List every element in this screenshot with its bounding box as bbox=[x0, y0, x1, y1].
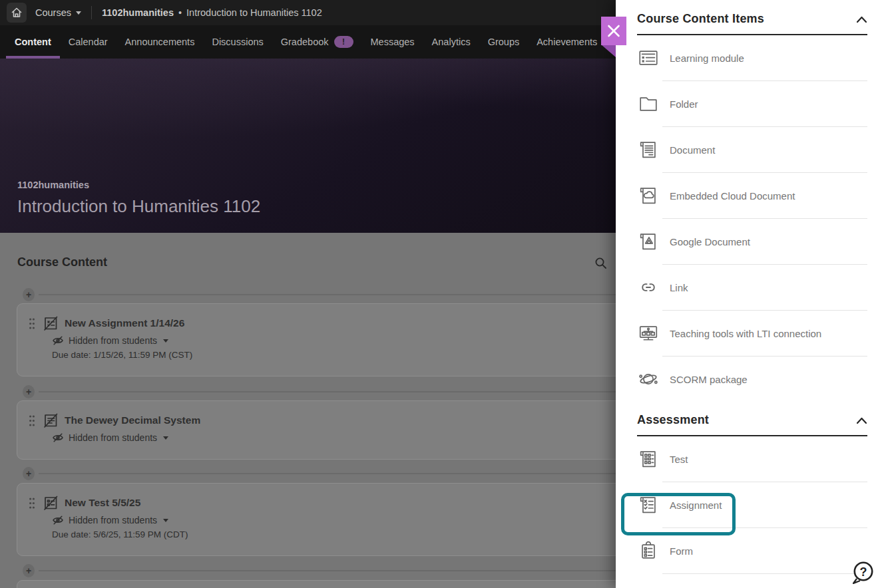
banner-course-id: 1102humanities bbox=[17, 180, 260, 190]
tab-gradebook[interactable]: Gradebook ! bbox=[272, 25, 362, 59]
panel-item-form[interactable]: Form bbox=[637, 528, 867, 573]
assignment-hidden-icon bbox=[43, 315, 59, 331]
panel-item-label: Learning module bbox=[670, 53, 744, 64]
panel-section-title: Course Content Items bbox=[637, 12, 764, 26]
panel-item-document[interactable]: Document bbox=[637, 127, 867, 172]
panel-section-title: Assessment bbox=[637, 413, 709, 427]
add-content-button[interactable]: + bbox=[23, 467, 35, 480]
courses-menu[interactable]: Courses bbox=[35, 7, 81, 18]
panel-item-link[interactable]: Link bbox=[637, 265, 867, 310]
blackboard-course-page: Courses 1102humanities • Introduction to… bbox=[0, 0, 886, 588]
document-icon bbox=[637, 138, 660, 161]
eye-slash-icon bbox=[52, 514, 64, 526]
svg-text:?: ? bbox=[860, 565, 867, 579]
banner-course-title: Introduction to Humanities 1102 bbox=[17, 196, 260, 217]
panel-item-label: Form bbox=[670, 545, 693, 557]
panel-item-scorm-package[interactable]: SCORM package bbox=[637, 357, 867, 402]
chevron-up-icon bbox=[856, 15, 867, 23]
tab-achievements[interactable]: Achievements bbox=[528, 25, 606, 59]
courses-label: Courses bbox=[35, 7, 71, 18]
document-hidden-icon bbox=[43, 412, 59, 428]
breadcrumb: 1102humanities • Introduction to Humanit… bbox=[102, 7, 322, 18]
tab-groups[interactable]: Groups bbox=[479, 25, 529, 59]
topbar-divider bbox=[91, 6, 92, 19]
test-icon bbox=[637, 448, 660, 470]
panel-item-label: Folder bbox=[670, 98, 698, 110]
panel-section-header[interactable]: Course Content Items bbox=[637, 12, 867, 35]
panel-item-embedded-cloud-document[interactable]: Embedded Cloud Document bbox=[637, 173, 867, 218]
course-banner-text: 1102humanities Introduction to Humanitie… bbox=[17, 180, 260, 217]
eye-slash-icon bbox=[52, 335, 64, 347]
tab-announcements[interactable]: Announcements bbox=[116, 25, 204, 59]
panel-item-label: Link bbox=[670, 282, 688, 293]
panel-section-header[interactable]: Assessment bbox=[637, 413, 867, 436]
chevron-down-icon bbox=[76, 11, 81, 15]
tab-messages[interactable]: Messages bbox=[362, 25, 423, 59]
content-item-title[interactable]: New Assignment 1/14/26 bbox=[65, 317, 184, 329]
home-button[interactable] bbox=[7, 3, 27, 23]
tab-discussions[interactable]: Discussions bbox=[203, 25, 272, 59]
learning-module-icon bbox=[637, 47, 660, 69]
breadcrumb-separator: • bbox=[178, 7, 182, 18]
gradebook-alert-badge: ! bbox=[334, 36, 353, 48]
panel-item-label: Teaching tools with LTI connection bbox=[670, 328, 821, 339]
panel-item-google-document[interactable]: Google Document bbox=[637, 219, 867, 264]
panel-item-label: SCORM package bbox=[670, 374, 748, 385]
breadcrumb-course-id: 1102humanities bbox=[102, 7, 174, 18]
content-item-title[interactable]: New Test 5/5/25 bbox=[65, 497, 140, 509]
close-icon bbox=[601, 17, 626, 58]
lti-connection-icon bbox=[637, 322, 660, 345]
tab-calendar[interactable]: Calendar bbox=[60, 25, 116, 59]
close-panel-button[interactable] bbox=[601, 17, 626, 58]
panel-item-label: Google Document bbox=[670, 236, 750, 247]
assignment-icon bbox=[637, 494, 660, 516]
help-icon: ? bbox=[850, 559, 877, 587]
chevron-down-icon bbox=[163, 339, 168, 343]
embedded-cloud-document-icon bbox=[637, 184, 660, 207]
breadcrumb-course-name: Introduction to Humanities 1102 bbox=[186, 7, 322, 18]
google-document-icon bbox=[637, 230, 660, 253]
course-content-items-panel: Course Content Items Learning bbox=[616, 0, 886, 588]
search-icon bbox=[594, 257, 607, 269]
drag-handle[interactable] bbox=[29, 317, 35, 330]
visibility-label: Hidden from students bbox=[69, 335, 157, 346]
tab-content[interactable]: Content bbox=[6, 25, 60, 59]
help-button[interactable]: ? bbox=[850, 559, 877, 587]
search-button[interactable] bbox=[594, 257, 607, 269]
scorm-package-icon bbox=[637, 368, 660, 390]
chevron-up-icon bbox=[856, 416, 867, 424]
panel-item-assignment[interactable]: Assignment bbox=[637, 482, 867, 527]
panel-item-label: Document bbox=[670, 144, 715, 156]
tab-analytics[interactable]: Analytics bbox=[423, 25, 479, 59]
panel-item-learning-module[interactable]: Learning module bbox=[637, 35, 867, 80]
eye-slash-icon bbox=[52, 432, 64, 444]
add-content-button[interactable]: + bbox=[23, 564, 35, 577]
home-icon bbox=[11, 7, 23, 19]
content-item-title[interactable]: The Dewey Decimal System bbox=[65, 414, 200, 426]
folder-icon bbox=[637, 92, 660, 115]
panel-item-lti-connection[interactable]: Teaching tools with LTI connection bbox=[637, 311, 867, 356]
course-content-heading: Course Content bbox=[17, 255, 107, 269]
visibility-label: Hidden from students bbox=[69, 432, 157, 443]
add-content-button[interactable]: + bbox=[23, 288, 35, 301]
panel-item-folder[interactable]: Folder bbox=[637, 81, 867, 126]
chevron-down-icon bbox=[163, 519, 168, 522]
add-content-button[interactable]: + bbox=[23, 385, 35, 398]
drag-handle[interactable] bbox=[29, 497, 35, 510]
link-icon bbox=[637, 276, 660, 299]
panel-item-label: Test bbox=[670, 454, 688, 465]
test-hidden-icon bbox=[43, 495, 59, 511]
panel-item-label: Assignment bbox=[670, 500, 722, 511]
chevron-down-icon bbox=[163, 436, 168, 440]
panel-item-test[interactable]: Test bbox=[637, 436, 867, 482]
visibility-label: Hidden from students bbox=[69, 515, 157, 525]
panel-item-label: Embedded Cloud Document bbox=[670, 190, 795, 202]
form-icon bbox=[637, 539, 660, 562]
drag-handle[interactable] bbox=[29, 414, 35, 427]
